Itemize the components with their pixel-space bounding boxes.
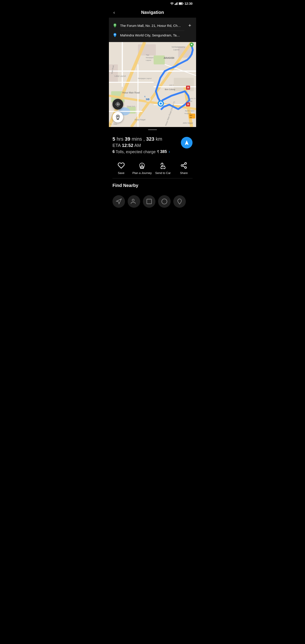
page-title: Navigation bbox=[141, 10, 164, 15]
origin-icon bbox=[112, 23, 118, 28]
plan-journey-action[interactable]: Plan a Journey bbox=[132, 162, 153, 175]
svg-rect-7 bbox=[183, 3, 184, 4]
locate-button[interactable] bbox=[112, 99, 123, 110]
svg-rect-85 bbox=[147, 199, 152, 204]
svg-text:SIB: SIB bbox=[146, 98, 150, 100]
category-item-1[interactable] bbox=[112, 195, 125, 208]
route-tolls[interactable]: 6 Tolls, expected charge ₹ 385 › bbox=[112, 149, 181, 154]
svg-text:Hospit: Hospit bbox=[187, 100, 192, 102]
drag-handle[interactable] bbox=[109, 127, 196, 132]
svg-text:H: H bbox=[187, 86, 189, 89]
svg-text:Tipp: Tipp bbox=[146, 54, 149, 56]
svg-point-70 bbox=[116, 102, 120, 106]
svg-rect-2 bbox=[176, 3, 176, 5]
drag-handle-bar bbox=[148, 129, 157, 130]
destination-icon bbox=[112, 33, 118, 38]
origin-row[interactable]: The Forum Mall, No. 21, Hosur Rd, Ch… + bbox=[112, 20, 192, 31]
svg-point-78 bbox=[164, 168, 165, 169]
svg-rect-14 bbox=[154, 56, 165, 64]
svg-rect-6 bbox=[179, 3, 182, 4]
svg-point-79 bbox=[185, 162, 186, 164]
tolls-arrow: › bbox=[168, 149, 170, 154]
route-inputs: The Forum Mall, No. 21, Hosur Rd, Ch… + … bbox=[109, 18, 196, 42]
send-to-car-label: Send to Car bbox=[155, 171, 170, 175]
destination-row[interactable]: Mahindra World City, Sengundram, Ta… bbox=[112, 31, 192, 39]
route-eta: ETA 12:52 AM bbox=[112, 143, 181, 148]
category-item-4[interactable] bbox=[158, 195, 170, 208]
map-container[interactable]: Venkataswamy Layout ADUGODI Lalaji Layou… bbox=[109, 42, 196, 127]
svg-point-80 bbox=[181, 164, 183, 166]
svg-point-86 bbox=[162, 199, 167, 204]
battery-icon bbox=[179, 2, 184, 5]
find-nearby-section: Find Nearby bbox=[109, 178, 196, 192]
route-duration: 5 hrs 39 mins , 323 km bbox=[112, 136, 181, 142]
status-bar: 12:30 bbox=[109, 0, 196, 7]
svg-rect-1 bbox=[175, 4, 175, 5]
route-time-row: 5 hrs 39 mins , 323 km ETA 12:52 AM 6 To… bbox=[112, 136, 192, 154]
svg-rect-3 bbox=[176, 3, 177, 5]
category-item-2[interactable] bbox=[128, 195, 140, 208]
svg-point-36 bbox=[160, 102, 162, 105]
category-item-5[interactable] bbox=[173, 195, 186, 208]
map-controls bbox=[112, 99, 123, 122]
svg-text:John Nagar: John Nagar bbox=[183, 122, 193, 124]
origin-text: The Forum Mall, No. 21, Hosur Rd, Ch… bbox=[120, 24, 184, 28]
svg-point-0 bbox=[172, 4, 172, 5]
ar-view-button[interactable] bbox=[112, 112, 123, 122]
route-info: 5 hrs 39 mins , 323 km ETA 12:52 AM 6 To… bbox=[109, 132, 196, 156]
svg-text:Balaji Nagar: Balaji Nagar bbox=[134, 118, 146, 121]
save-action[interactable]: Save bbox=[111, 162, 132, 175]
svg-point-77 bbox=[161, 168, 162, 169]
svg-point-75 bbox=[143, 168, 144, 169]
svg-point-84 bbox=[132, 199, 134, 201]
destination-text: Mahindra World City, Sengundram, Ta… bbox=[120, 33, 192, 37]
svg-text:Bon Colony: Bon Colony bbox=[165, 88, 175, 90]
category-icons bbox=[109, 192, 196, 211]
svg-text:Apollo Spec: Apollo Spec bbox=[185, 110, 194, 112]
svg-text:Layout: Layout bbox=[146, 59, 152, 61]
send-to-car-icon bbox=[159, 162, 167, 170]
route-time-details: 5 hrs 39 mins , 323 km ETA 12:52 AM 6 To… bbox=[112, 136, 181, 154]
action-buttons: Save Plan a Journey bbox=[109, 156, 196, 178]
svg-text:Christ Sch...: Christ Sch... bbox=[127, 105, 136, 107]
add-stop-button[interactable]: + bbox=[187, 22, 192, 29]
share-icon bbox=[180, 162, 188, 170]
wifi-icon bbox=[170, 2, 174, 5]
navigate-button[interactable] bbox=[181, 137, 192, 148]
svg-point-8 bbox=[114, 24, 116, 26]
back-button[interactable]: ‹ bbox=[112, 9, 116, 16]
share-label: Share bbox=[180, 171, 188, 175]
svg-point-33 bbox=[191, 44, 192, 45]
svg-line-83 bbox=[183, 164, 185, 165]
svg-text:Lalaji Layout: Lalaji Layout bbox=[114, 75, 126, 77]
send-to-car-action[interactable]: Send to Car bbox=[152, 162, 174, 175]
svg-point-9 bbox=[114, 34, 116, 35]
share-action[interactable]: Share bbox=[174, 162, 194, 175]
svg-text:44: 44 bbox=[190, 116, 192, 118]
svg-text:Venkataswamy: Venkataswamy bbox=[172, 46, 185, 48]
svg-text:ock 3: ock 3 bbox=[169, 84, 174, 86]
svg-text:S... Hos...: S... Hos... bbox=[110, 123, 119, 125]
plan-journey-label: Plan a Journey bbox=[132, 171, 152, 175]
find-nearby-title: Find Nearby bbox=[112, 183, 192, 188]
plan-journey-icon bbox=[138, 162, 146, 170]
svg-text:₹: ₹ bbox=[144, 96, 146, 98]
category-item-3[interactable] bbox=[143, 195, 156, 208]
svg-text:Apollo Cr: Apollo Cr bbox=[188, 98, 196, 100]
signal-icon bbox=[175, 2, 178, 5]
status-icons: 12:30 bbox=[170, 2, 192, 5]
svg-point-81 bbox=[185, 166, 186, 168]
svg-text:NH: NH bbox=[190, 114, 192, 116]
svg-point-71 bbox=[118, 116, 118, 117]
svg-text:Layout: Layout bbox=[173, 48, 180, 51]
svg-text:H: H bbox=[187, 103, 189, 106]
svg-point-74 bbox=[140, 168, 141, 169]
save-label: Save bbox=[118, 171, 124, 175]
header: ‹ Navigation bbox=[109, 7, 196, 18]
status-time: 12:30 bbox=[184, 2, 192, 5]
svg-text:Hosur Main Road: Hosur Main Road bbox=[122, 92, 140, 94]
svg-text:Nanjappa Layout: Nanjappa Layout bbox=[138, 77, 152, 80]
save-icon bbox=[117, 162, 125, 170]
svg-text:Nanjappa: Nanjappa bbox=[146, 56, 154, 58]
svg-text:ADUGODI: ADUGODI bbox=[164, 57, 174, 59]
